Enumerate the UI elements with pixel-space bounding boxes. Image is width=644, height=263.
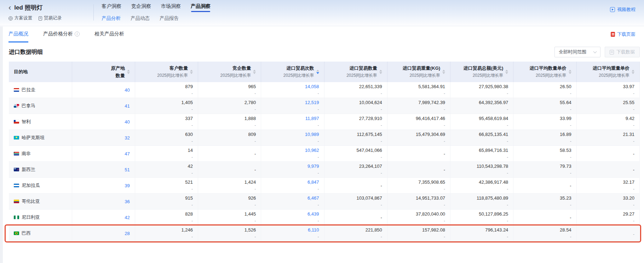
- data-cell: 1,526-: [198, 225, 261, 241]
- table-row: 南非4714--10,962-547,041,066--65,894,716.3…: [9, 146, 640, 162]
- origin-count-link[interactable]: 36: [77, 199, 130, 204]
- trade-records-button[interactable]: 贸易记录: [39, 15, 62, 21]
- nav-item-2[interactable]: 竞企洞察: [131, 3, 151, 12]
- growth-text: -: [266, 123, 319, 128]
- data-cell: 6,467-: [261, 194, 324, 210]
- data-cell: 1,888-: [198, 114, 261, 130]
- data-cell: 157,982.08-: [387, 225, 450, 241]
- data-cell: 14,058-: [261, 82, 324, 98]
- growth-text: -: [455, 91, 508, 96]
- column-header-8[interactable]: 进口贸易总额(美元)2025同比增长率: [450, 62, 513, 82]
- subnav-item-3[interactable]: 产品报告: [160, 15, 179, 22]
- origin-count-link[interactable]: 32: [77, 135, 130, 141]
- tab-1[interactable]: 产品概况: [8, 26, 28, 42]
- sort-carets-icon[interactable]: [442, 70, 445, 74]
- sort-carets-icon[interactable]: [569, 70, 571, 74]
- value-text: 42: [140, 164, 193, 169]
- info-icon[interactable]: i: [75, 32, 80, 36]
- nav-item-3[interactable]: 市场洞察: [161, 3, 181, 12]
- flag-nigeria-icon: [14, 216, 19, 219]
- scheme-settings-button[interactable]: 方案设置: [8, 15, 32, 21]
- value-link[interactable]: 6,439: [266, 211, 319, 217]
- value-text: 55.64: [518, 100, 571, 105]
- value-link[interactable]: 10,962: [266, 148, 319, 153]
- time-range-value: 全部时间范围: [559, 49, 586, 55]
- sort-carets-icon[interactable]: [253, 70, 256, 74]
- back-icon[interactable]: ‹: [8, 5, 11, 11]
- time-range-select[interactable]: 全部时间范围: [554, 47, 600, 57]
- tab-3[interactable]: 相关产品分析: [94, 26, 124, 42]
- column-header-3[interactable]: 客户数量2025同比增长率: [135, 62, 198, 82]
- nav-item-1[interactable]: 客户洞察: [102, 3, 121, 12]
- origin-count-link[interactable]: 28: [77, 231, 130, 236]
- origin-count-link[interactable]: 39: [77, 183, 130, 188]
- subnav-item-2[interactable]: 产品动态: [131, 15, 150, 22]
- data-cell: 1,445-: [198, 210, 261, 225]
- origin-count-link[interactable]: 41: [77, 103, 130, 109]
- growth-text: -: [203, 139, 256, 144]
- origin-count-cell: 36: [72, 194, 135, 210]
- origin-count-link[interactable]: 47: [77, 151, 130, 156]
- value-text: 29.27: [582, 211, 634, 217]
- growth-text: -: [392, 107, 445, 112]
- tab-label: 产品价格分析: [43, 31, 73, 37]
- data-cell: 10,989-: [261, 130, 324, 146]
- column-header-6[interactable]: 进口贸易数量2025同比增长率: [324, 62, 387, 82]
- sort-carets-icon[interactable]: [632, 70, 634, 74]
- origin-count-link[interactable]: 40: [77, 87, 130, 93]
- column-header-4[interactable]: 竞企数量2025同比增长率: [198, 62, 261, 82]
- column-header-9[interactable]: 进口平均数量单价2025同比增长率: [513, 62, 576, 82]
- tab-2[interactable]: 产品价格分析i: [43, 26, 80, 42]
- download-page-link[interactable]: 下载页面: [611, 26, 636, 42]
- sort-carets-icon[interactable]: [127, 70, 130, 74]
- growth-text: -: [329, 202, 382, 207]
- value-link[interactable]: 12,519: [266, 100, 319, 105]
- value-link[interactable]: 14,058: [266, 84, 319, 89]
- value-link[interactable]: 11,897: [266, 116, 319, 121]
- data-cell: 42,386,917.48-: [450, 178, 513, 194]
- value-text: 96,416,417.46: [392, 116, 445, 121]
- growth-text: -: [518, 234, 571, 239]
- value-link[interactable]: 10,989: [266, 132, 319, 137]
- data-cell: 65,894,716.31-: [450, 146, 513, 162]
- column-header-2[interactable]: 原产地数量: [72, 62, 135, 82]
- origin-count-link[interactable]: 42: [77, 215, 130, 220]
- origin-count-link[interactable]: 40: [77, 119, 130, 125]
- value-text: 1,526: [203, 227, 256, 233]
- data-cell: -: [387, 162, 450, 178]
- subnav-item-1[interactable]: 产品分析: [102, 15, 121, 22]
- data-cell: 5,581,364.91-: [387, 82, 450, 98]
- data-cell: 6,847-: [261, 178, 324, 194]
- origin-count-link[interactable]: 51: [77, 167, 130, 172]
- growth-text: -: [582, 232, 634, 237]
- destination-label: 南非: [22, 150, 31, 157]
- sort-carets-icon[interactable]: [379, 70, 382, 74]
- origin-count-cell: 39: [72, 178, 135, 194]
- column-header-5[interactable]: 进口贸易次数2025同比增长率: [261, 62, 324, 82]
- value-link[interactable]: 9,979: [266, 164, 319, 169]
- column-header-10[interactable]: 进口平均重量单价2025同比增长率: [576, 62, 639, 82]
- sort-carets-icon[interactable]: [505, 70, 508, 74]
- growth-text: -: [266, 218, 319, 223]
- destination-cell: 巴拉圭: [9, 82, 72, 98]
- growth-text: -: [455, 123, 508, 128]
- sort-carets-icon[interactable]: [316, 70, 319, 74]
- growth-text: -: [518, 123, 571, 128]
- nav-item-4[interactable]: 产品洞察: [191, 3, 211, 12]
- origin-count-cell: 41: [72, 98, 135, 114]
- data-cell: 6,439-: [261, 210, 324, 225]
- value-link[interactable]: 6,110: [266, 227, 319, 233]
- column-header-7[interactable]: 进口贸易重量(KG)2025同比增长率: [387, 62, 450, 82]
- value-text: 22,651,339: [329, 84, 382, 89]
- column-label: 进口贸易总额(美元): [464, 65, 504, 72]
- value-link[interactable]: 6,467: [266, 195, 319, 201]
- data-cell: 96,416,417.46-: [387, 114, 450, 130]
- destination-label: 巴拉圭: [22, 87, 35, 93]
- download-data-button[interactable]: 下载数据: [605, 47, 640, 57]
- sort-carets-icon[interactable]: [190, 70, 193, 74]
- value-link[interactable]: 6,847: [266, 179, 319, 185]
- column-label: 原产地: [111, 65, 125, 72]
- data-cell: -: [576, 162, 639, 178]
- growth-text: -: [140, 107, 193, 112]
- video-tutorial-link[interactable]: 视频教程: [610, 6, 636, 13]
